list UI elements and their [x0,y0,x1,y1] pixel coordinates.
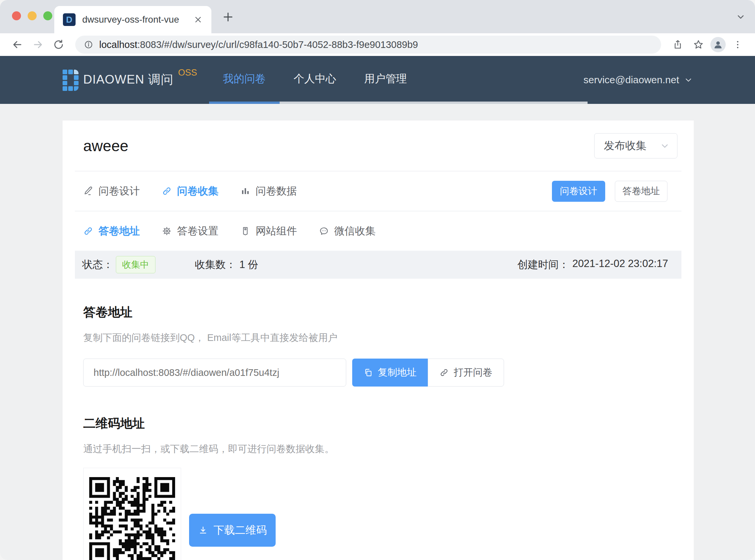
maximize-window-button[interactable] [43,11,52,20]
nav-item-personal-center[interactable]: 个人中心 [280,56,350,102]
app-nav: 我的问卷 个人中心 用户管理 [209,56,421,102]
open-button-label: 打开问卷 [454,366,492,379]
subtab-label: 微信收集 [334,224,375,238]
close-tab-icon[interactable] [193,15,203,24]
copy-url-button[interactable]: 复制地址 [352,359,428,386]
url-bar[interactable]: localhost:8083/#/dw/survey/c/url/c98fa14… [75,36,661,54]
tab-survey-design[interactable]: 问卷设计 [83,184,140,198]
gear-icon [162,226,172,236]
browser-window: D dwsurvey-oss-front-vue loc [0,0,755,560]
browser-tab[interactable]: D dwsurvey-oss-front-vue [54,6,211,33]
url-path: :8083/#/dw/survey/c/url/c98fa140-50b7-40… [137,39,418,50]
reload-icon[interactable] [50,36,67,53]
link-icon [83,226,93,236]
chat-bubble-icon [319,226,329,236]
bookmark-star-icon[interactable] [690,36,707,53]
subtab-site-widget[interactable]: 网站组件 [240,224,297,238]
created-value: 2021-12-02 23:02:17 [572,258,668,272]
tab-label: 问卷数据 [256,184,297,198]
nav-item-user-management[interactable]: 用户管理 [350,56,421,102]
download-qrcode-button[interactable]: 下载二维码 [189,514,276,547]
answer-url-section: 答卷地址 复制下面的问卷链接到QQ， Email等工具中直接发给被用户 复制地址 [63,279,694,386]
copy-button-label: 复制地址 [378,366,416,379]
link-icon [162,186,172,196]
qrcode-heading: 二维码地址 [83,415,673,432]
count-value: 1 份 [239,258,258,272]
copy-icon [364,368,373,377]
download-button-label: 下载二维码 [214,523,267,538]
qr-code [89,477,175,560]
account-menu[interactable]: service@diaowen.net [584,56,693,104]
diaowen-logo-icon [63,69,79,91]
url-host: localhost [99,39,137,50]
survey-link-input[interactable] [83,359,346,386]
survey-design-button[interactable]: 问卷设计 [552,181,605,202]
window-controls [12,11,52,20]
publish-select-value: 发布收集 [604,139,647,153]
new-tab-icon[interactable] [220,9,236,25]
account-email: service@diaowen.net [584,74,679,85]
url-text: localhost:8083/#/dw/survey/c/url/c98fa14… [99,39,418,50]
browser-menu-icon[interactable] [729,36,746,53]
qr-code-box [83,468,181,560]
share-icon[interactable] [669,36,687,53]
collect-sub-tabs: 答卷地址 答卷设置 网站组件 [63,212,694,251]
publish-select[interactable]: 发布收集 [594,133,677,159]
browser-toolbar: localhost:8083/#/dw/survey/c/url/c98fa14… [0,33,755,56]
status-badge: 收集中 [116,256,156,273]
tab-title: dwsurvey-oss-front-vue [82,14,193,25]
subtab-answer-settings[interactable]: 答卷设置 [162,224,218,238]
survey-main-tabs: 问卷设计 问卷收集 问卷数据 问卷设计 答卷地址 [63,172,694,211]
brand-badge: OSS [178,67,197,78]
answer-url-heading: 答卷地址 [83,304,673,321]
chevron-down-icon [684,75,693,84]
survey-card: aweee 发布收集 问卷设计 [63,121,694,560]
tag-icon [240,226,250,236]
download-icon [198,525,208,535]
open-survey-button[interactable]: 打开问卷 [428,359,504,386]
subtab-label: 答卷地址 [99,224,140,238]
close-window-button[interactable] [12,11,21,20]
favicon-icon: D [63,13,76,26]
back-icon[interactable] [9,36,26,53]
subtab-label: 答卷设置 [177,224,218,238]
brand-name: DIAOWEN 调问 [83,69,174,90]
profile-avatar[interactable] [710,37,726,52]
tab-label: 问卷设计 [99,184,140,198]
tab-label: 问卷收集 [177,184,218,198]
main-area: aweee 发布收集 问卷设计 [0,104,755,560]
tab-strip: D dwsurvey-oss-front-vue [0,0,755,33]
status-bar: 状态： 收集中 收集数： 1 份 创建时间： 2021-12-02 23:02:… [75,251,681,279]
status-label: 状态： [82,258,113,272]
qrcode-description: 通过手机扫一扫，或下载二维码，即可进行问卷数据收集。 [83,442,673,456]
pencil-icon [83,186,93,196]
forward-icon[interactable] [29,36,47,53]
bar-chart-icon [240,186,250,196]
minimize-window-button[interactable] [28,11,37,20]
subtab-answer-url[interactable]: 答卷地址 [83,224,140,238]
brand-logo[interactable]: DIAOWEN 调问 OSS [63,69,197,91]
nav-item-my-surveys[interactable]: 我的问卷 [209,56,280,102]
select-chevron-icon [660,141,670,151]
qrcode-section: 二维码地址 通过手机扫一扫，或下载二维码，即可进行问卷数据收集。 下载二维码 [63,386,694,560]
answer-url-description: 复制下面的问卷链接到QQ， Email等工具中直接发给被用户 [83,331,673,345]
answer-url-button[interactable]: 答卷地址 [615,181,668,202]
tab-survey-collect[interactable]: 问卷收集 [162,184,218,198]
tab-search-chevron-icon[interactable] [735,11,746,23]
survey-title: aweee [83,137,128,155]
tab-survey-data[interactable]: 问卷数据 [240,184,297,198]
subtab-label: 网站组件 [256,224,297,238]
link-icon [440,368,449,377]
site-info-icon[interactable] [84,40,93,49]
created-label: 创建时间： [517,258,569,272]
nav-active-underline [209,102,280,104]
count-label: 收集数： [195,258,236,272]
subtab-wechat-collect[interactable]: 微信收集 [319,224,375,238]
app-header: DIAOWEN 调问 OSS 我的问卷 个人中心 用户管理 service@di… [0,56,755,104]
